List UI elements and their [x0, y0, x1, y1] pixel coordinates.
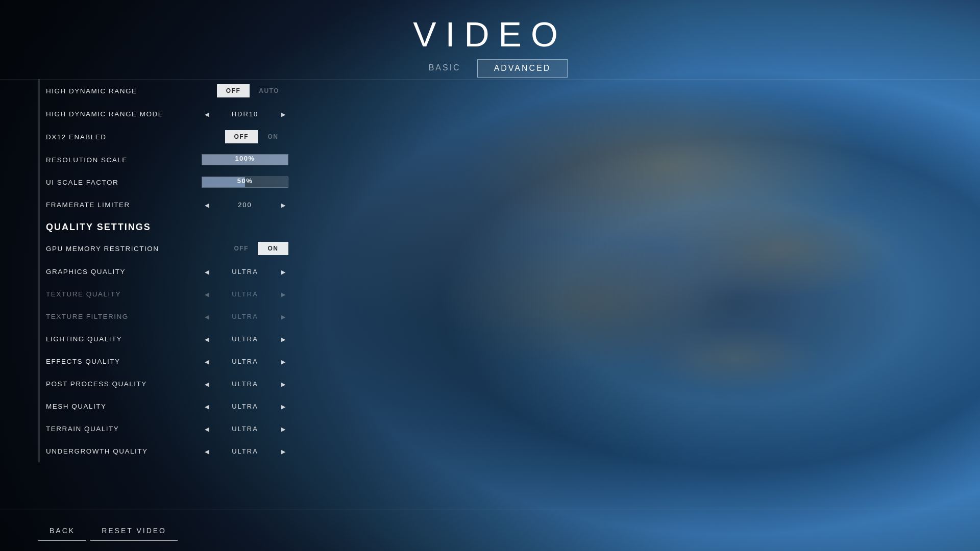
- toggle-hdr-off[interactable]: OFF: [217, 84, 250, 97]
- setting-label-graphics-quality: GRAPHICS QUALITY: [46, 268, 202, 276]
- section-quality-settings: QUALITY SETTINGS: [38, 216, 288, 237]
- setting-label-mesh-quality: MESH QUALITY: [46, 403, 202, 410]
- tab-advanced[interactable]: ADVANCED: [477, 59, 568, 78]
- setting-terrain-quality: TERRAIN QUALITY ULTRA: [38, 417, 288, 440]
- setting-high-dynamic-range: HIGH DYNAMIC RANGE OFF AUTO: [38, 79, 288, 103]
- hdr-mode-left[interactable]: [202, 108, 212, 120]
- undergrowth-right[interactable]: [278, 445, 288, 457]
- lighting-quality-value: ULTRA: [225, 335, 265, 343]
- bottom-bar: BACK RESET VIDEO: [38, 521, 178, 541]
- framerate-left[interactable]: [202, 198, 212, 211]
- framerate-right[interactable]: [278, 198, 288, 211]
- texture-filtering-right[interactable]: [278, 310, 288, 322]
- slider-resolution[interactable]: 100%: [202, 154, 288, 166]
- undergrowth-left[interactable]: [202, 445, 212, 457]
- selector-effects-quality: ULTRA: [202, 355, 288, 367]
- toggle-dx12: OFF ON: [225, 130, 289, 143]
- toggle-dx12-on[interactable]: ON: [258, 130, 288, 143]
- slider-ui-scale[interactable]: 50%: [202, 176, 288, 188]
- selector-mesh-quality: ULTRA: [202, 400, 288, 412]
- setting-resolution-scale: RESOLUTION SCALE 100%: [38, 148, 288, 171]
- toggle-gpu-on[interactable]: ON: [258, 242, 288, 255]
- slider-value-resolution: 100%: [202, 155, 288, 162]
- mesh-quality-left[interactable]: [202, 400, 212, 412]
- undergrowth-value: ULTRA: [225, 447, 265, 455]
- setting-label-effects-quality: EFFECTS QUALITY: [46, 358, 202, 365]
- terrain-quality-left[interactable]: [202, 422, 212, 435]
- effects-quality-value: ULTRA: [225, 358, 265, 365]
- toggle-gpu-memory: OFF ON: [225, 242, 289, 255]
- settings-list: HIGH DYNAMIC RANGE OFF AUTO HIGH DYNAMIC…: [38, 79, 288, 462]
- tabs-container: BASIC ADVANCED: [0, 59, 980, 78]
- setting-label-undergrowth: UNDERGROWTH QUALITY: [46, 447, 202, 455]
- setting-framerate: FRAMERATE LIMITER 200: [38, 193, 288, 216]
- setting-hdr-mode: HIGH DYNAMIC RANGE MODE HDR10: [38, 103, 288, 125]
- texture-quality-value: ULTRA: [225, 290, 265, 298]
- back-button[interactable]: BACK: [38, 521, 86, 541]
- post-process-left[interactable]: [202, 378, 212, 390]
- slider-track-ui-scale: 50%: [202, 177, 288, 188]
- selector-texture-filtering: ULTRA: [202, 310, 288, 322]
- setting-undergrowth-quality: UNDERGROWTH QUALITY ULTRA: [38, 440, 288, 462]
- graphics-quality-left[interactable]: [202, 265, 212, 278]
- setting-label-framerate: FRAMERATE LIMITER: [46, 201, 202, 209]
- toggle-hdr: OFF AUTO: [217, 84, 288, 97]
- effects-quality-left[interactable]: [202, 355, 212, 367]
- setting-label-texture-filtering: TEXTURE FILTERING: [46, 313, 202, 320]
- selector-framerate: 200: [202, 198, 288, 211]
- terrain-quality-right[interactable]: [278, 422, 288, 435]
- slider-track-resolution: 100%: [202, 154, 288, 165]
- setting-label-texture-quality: TEXTURE QUALITY: [46, 290, 202, 298]
- selector-terrain-quality: ULTRA: [202, 422, 288, 435]
- post-process-value: ULTRA: [225, 380, 265, 388]
- mesh-quality-value: ULTRA: [225, 403, 265, 410]
- setting-dx12: DX12 ENABLED OFF ON: [38, 125, 288, 148]
- toggle-hdr-auto[interactable]: AUTO: [250, 84, 288, 97]
- section-title-quality: QUALITY SETTINGS: [46, 222, 151, 232]
- selector-post-process: ULTRA: [202, 378, 288, 390]
- hdr-mode-value: HDR10: [225, 110, 265, 118]
- selector-graphics-quality: ULTRA: [202, 265, 288, 278]
- setting-label-ui-scale: UI SCALE FACTOR: [46, 179, 202, 186]
- slider-value-ui-scale: 50%: [202, 177, 288, 185]
- setting-post-process-quality: POST PROCESS QUALITY ULTRA: [38, 372, 288, 395]
- setting-graphics-quality: GRAPHICS QUALITY ULTRA: [38, 260, 288, 283]
- mesh-quality-right[interactable]: [278, 400, 288, 412]
- post-process-right[interactable]: [278, 378, 288, 390]
- terrain-quality-value: ULTRA: [225, 425, 265, 433]
- toggle-gpu-off[interactable]: OFF: [225, 242, 258, 255]
- header: VIDEO: [0, 0, 980, 54]
- framerate-value: 200: [225, 201, 265, 209]
- setting-mesh-quality: MESH QUALITY ULTRA: [38, 395, 288, 417]
- setting-label-dx12: DX12 ENABLED: [46, 133, 225, 141]
- setting-label-post-process: POST PROCESS QUALITY: [46, 380, 202, 388]
- graphics-quality-value: ULTRA: [225, 268, 265, 276]
- texture-filtering-left[interactable]: [202, 310, 212, 322]
- bottom-divider: [0, 510, 980, 510]
- setting-label-hdr-mode: HIGH DYNAMIC RANGE MODE: [46, 110, 202, 118]
- setting-effects-quality: EFFECTS QUALITY ULTRA: [38, 350, 288, 372]
- setting-label-res-scale: RESOLUTION SCALE: [46, 156, 202, 164]
- selector-texture-quality: ULTRA: [202, 288, 288, 300]
- setting-ui-scale: UI SCALE FACTOR 50%: [38, 171, 288, 193]
- toggle-dx12-off[interactable]: OFF: [225, 130, 258, 143]
- graphics-quality-right[interactable]: [278, 265, 288, 278]
- setting-label-gpu-memory: GPU MEMORY RESTRICTION: [46, 245, 225, 253]
- selector-undergrowth: ULTRA: [202, 445, 288, 457]
- reset-video-button[interactable]: RESET VIDEO: [90, 521, 178, 541]
- settings-panel: HIGH DYNAMIC RANGE OFF AUTO HIGH DYNAMIC…: [38, 79, 288, 500]
- texture-quality-right[interactable]: [278, 288, 288, 300]
- setting-label-terrain-quality: TERRAIN QUALITY: [46, 425, 202, 433]
- setting-gpu-memory: GPU MEMORY RESTRICTION OFF ON: [38, 237, 288, 260]
- texture-filtering-value: ULTRA: [225, 313, 265, 320]
- hdr-mode-right[interactable]: [278, 108, 288, 120]
- selector-hdr-mode: HDR10: [202, 108, 288, 120]
- lighting-quality-right[interactable]: [278, 333, 288, 345]
- tab-basic[interactable]: BASIC: [412, 59, 477, 78]
- lighting-quality-left[interactable]: [202, 333, 212, 345]
- setting-label-hdr: HIGH DYNAMIC RANGE: [46, 87, 217, 95]
- page-title: VIDEO: [0, 14, 980, 54]
- setting-lighting-quality: LIGHTING QUALITY ULTRA: [38, 328, 288, 350]
- effects-quality-right[interactable]: [278, 355, 288, 367]
- texture-quality-left[interactable]: [202, 288, 212, 300]
